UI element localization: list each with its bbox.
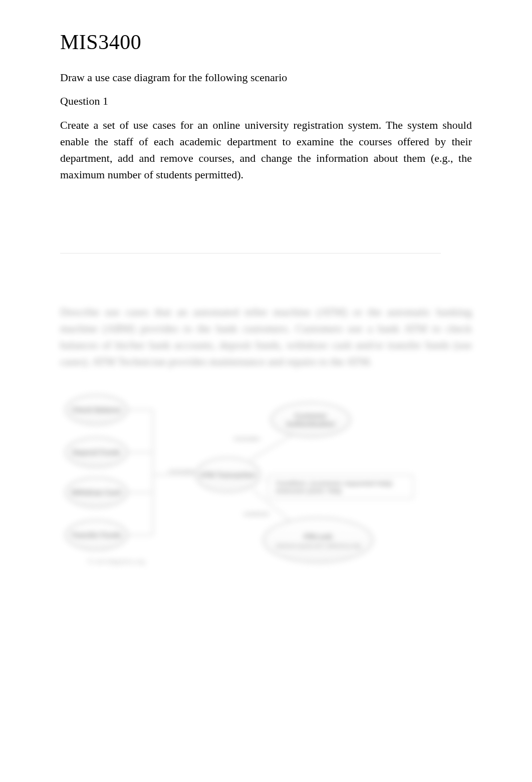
ellipse-deposit-funds: Deposit Funds	[65, 437, 128, 467]
ellipse-label: Check Balance	[72, 406, 122, 414]
ellipse-atm-transaction: ATM Transaction	[195, 457, 260, 492]
ellipse-label: advance-quota w/3 i deficiency-tag	[276, 543, 360, 549]
ellipse-title: PIN-sub	[304, 532, 333, 541]
ellipse-pin-sub: PIN-sub advance-quota w/3 i deficiency-t…	[263, 517, 373, 563]
ellipse-transfer-funds: Transfer Funds	[65, 520, 128, 550]
blurred-preview-section: Describe use cases that an automated tel…	[60, 304, 472, 570]
section-divider	[60, 253, 441, 253]
instruction-text: Draw a use case diagram for the followin…	[60, 69, 472, 86]
diagram-caption: © uml-diagrams.org	[88, 558, 145, 565]
ellipse-check-balance: Check Balance	[65, 395, 128, 425]
edge-label-extend: «extend»	[243, 510, 270, 517]
blurred-paragraph: Describe use cases that an automated tel…	[60, 304, 472, 370]
note-text: Condition: {customer requested help} ext…	[276, 479, 392, 494]
ellipse-label: Customer Authentication	[274, 412, 347, 428]
ellipse-customer-authentication: Customer Authentication	[271, 402, 351, 437]
ellipse-label: Deposit Funds	[72, 448, 121, 456]
ellipse-label: Withdraw Cash	[71, 488, 122, 496]
edge-label-include-2: «include»	[168, 467, 196, 475]
edge-label-include: «include»	[233, 435, 261, 442]
ellipse-withdraw-cash: Withdraw Cash	[65, 477, 128, 507]
ellipse-label: Transfer Funds	[71, 531, 122, 539]
use-case-diagram: Check Balance Deposit Funds Withdraw Cas…	[60, 385, 471, 570]
question-label: Question 1	[60, 95, 472, 108]
question-body: Create a set of use cases for an online …	[60, 117, 472, 183]
diagram-note: Condition: {customer requested help} ext…	[268, 475, 413, 499]
ellipse-label: ATM Transaction	[200, 471, 256, 479]
page-title: MIS3400	[60, 30, 472, 54]
document-page: MIS3400 Draw a use case diagram for the …	[0, 0, 532, 590]
